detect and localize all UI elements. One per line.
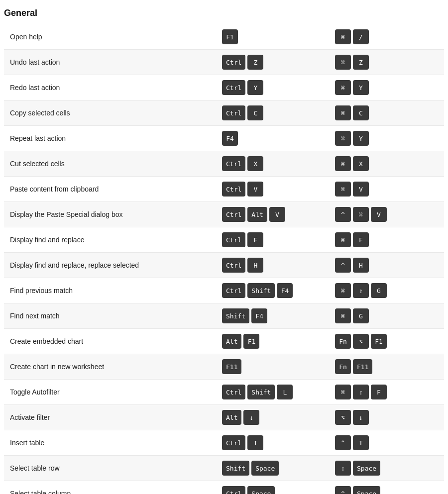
keyboard-key: F11	[353, 359, 372, 374]
windows-keys-group: CtrlH	[218, 253, 331, 278]
mac-keys-group: Fn⌥F1	[331, 329, 444, 354]
keyboard-key: ^	[335, 207, 351, 222]
keyboard-key: Ctrl	[222, 55, 245, 70]
keyboard-key: Alt	[222, 410, 241, 425]
action-name: Activate filter	[4, 408, 218, 426]
action-name: Find next match	[4, 307, 218, 325]
action-name: Redo last action	[4, 79, 218, 97]
keyboard-key: Ctrl	[222, 258, 245, 273]
windows-keys-group: ShiftF4	[218, 303, 331, 328]
keyboard-key: ⌘	[335, 131, 351, 146]
keyboard-key: Space	[353, 486, 380, 494]
mac-keys-group: ⌘Y	[331, 126, 444, 151]
keyboard-key: Z	[247, 55, 263, 70]
mac-keys-group: ⌘Z	[331, 50, 444, 75]
shortcut-row: Find previous matchCtrlShiftF4⌘⇧G	[4, 278, 444, 303]
action-name: Display the Paste Special dialog box	[4, 205, 218, 223]
windows-keys-group: CtrlZ	[218, 50, 331, 75]
keyboard-key: Ctrl	[222, 486, 245, 494]
keyboard-key: Ctrl	[222, 156, 245, 171]
shortcut-row: Create chart in new worksheetF11FnF11	[4, 354, 444, 380]
shortcut-row: Select table rowShiftSpace⇧Space	[4, 456, 444, 481]
shortcut-row: Redo last actionCtrlY⌘Y	[4, 75, 444, 100]
windows-keys-group: CtrlY	[218, 75, 331, 100]
keyboard-key: V	[353, 182, 369, 197]
action-name: Create embedded chart	[4, 332, 218, 350]
shortcut-row: Open helpF1⌘/	[4, 24, 444, 50]
action-name: Display find and replace	[4, 231, 218, 249]
keyboard-key: L	[277, 385, 293, 399]
windows-keys-group: ShiftSpace	[218, 456, 331, 481]
mac-keys-group: ⌘⇧F	[331, 380, 444, 404]
keyboard-key: Alt	[222, 334, 241, 349]
action-name: Paste content from clipboard	[4, 180, 218, 198]
keyboard-key: X	[353, 156, 369, 171]
mac-keys-group: ⌘V	[331, 177, 444, 201]
mac-keys-group: ⌘X	[331, 151, 444, 176]
mac-keys-group: ⌘Y	[331, 75, 444, 100]
mac-keys-group: ⌘F	[331, 227, 444, 252]
shortcuts-list: Open helpF1⌘/Undo last actionCtrlZ⌘ZRedo…	[4, 24, 444, 494]
keyboard-key: H	[353, 258, 369, 273]
keyboard-key: ⌘	[353, 207, 369, 222]
keyboard-key: ⌘	[335, 156, 351, 171]
action-name: Find previous match	[4, 282, 218, 299]
keyboard-key: ⌘	[335, 232, 351, 247]
keyboard-key: Ctrl	[222, 105, 245, 120]
keyboard-key: ⌘	[335, 55, 351, 70]
mac-keys-group: ^H	[331, 253, 444, 278]
action-name: Toggle Autofilter	[4, 383, 218, 401]
keyboard-key: Ctrl	[222, 80, 245, 95]
keyboard-key: T	[247, 435, 263, 450]
keyboard-key: V	[269, 207, 285, 222]
shortcut-row: Activate filterAlt↓⌥↓	[4, 405, 444, 430]
action-name: Cut selected cells	[4, 155, 218, 173]
keyboard-key: Ctrl	[222, 283, 245, 298]
keyboard-key: Ctrl	[222, 385, 245, 399]
windows-keys-group: CtrlF	[218, 227, 331, 252]
mac-keys-group: ^Space	[331, 481, 444, 494]
action-name: Copy selected cells	[4, 104, 218, 122]
windows-keys-group: CtrlT	[218, 430, 331, 455]
keyboard-key: F11	[222, 359, 241, 374]
windows-keys-group: CtrlX	[218, 151, 331, 176]
keyboard-key: Fn	[335, 359, 351, 374]
keyboard-key: F4	[222, 131, 238, 146]
keyboard-key: Ctrl	[222, 232, 245, 247]
windows-keys-group: CtrlShiftL	[218, 380, 331, 404]
shortcut-row: Copy selected cellsCtrlC⌘C	[4, 100, 444, 126]
keyboard-key: ^	[335, 258, 351, 273]
keyboard-key: T	[353, 435, 369, 450]
windows-keys-group: CtrlV	[218, 177, 331, 201]
keyboard-key: G	[353, 308, 369, 323]
keyboard-key: ⇧	[353, 283, 369, 298]
keyboard-key: Y	[353, 80, 369, 95]
shortcut-row: Display find and replaceCtrlF⌘F	[4, 227, 444, 253]
windows-keys-group: F4	[218, 126, 331, 151]
keyboard-key: F1	[371, 334, 387, 349]
mac-keys-group: ^⌘V	[331, 202, 444, 227]
keyboard-key: C	[247, 105, 263, 120]
shortcut-row: Create embedded chartAltF1Fn⌥F1	[4, 329, 444, 354]
keyboard-key: Shift	[222, 308, 249, 323]
windows-keys-group: CtrlShiftF4	[218, 278, 331, 303]
keyboard-key: ⇧	[335, 461, 351, 476]
shortcut-row: Find next matchShiftF4⌘G	[4, 303, 444, 329]
windows-keys-group: Alt↓	[218, 405, 331, 430]
shortcut-row: Insert tableCtrlT^T	[4, 430, 444, 456]
keyboard-key: ⌘	[335, 105, 351, 120]
keyboard-key: ↓	[243, 410, 259, 425]
mac-keys-group: ⌥↓	[331, 405, 444, 430]
keyboard-key: Space	[247, 486, 275, 494]
shortcut-row: Repeat last actionF4⌘Y	[4, 126, 444, 151]
keyboard-key: V	[371, 207, 387, 222]
keyboard-key: /	[353, 29, 369, 44]
keyboard-key: X	[247, 156, 263, 171]
windows-keys-group: CtrlAltV	[218, 202, 331, 227]
mac-keys-group: ⌘⇧G	[331, 278, 444, 303]
action-name: Select table row	[4, 459, 218, 477]
keyboard-key: F	[353, 232, 369, 247]
keyboard-key: Shift	[222, 461, 249, 476]
keyboard-key: ⌘	[335, 385, 351, 399]
windows-keys-group: F1	[218, 24, 331, 49]
